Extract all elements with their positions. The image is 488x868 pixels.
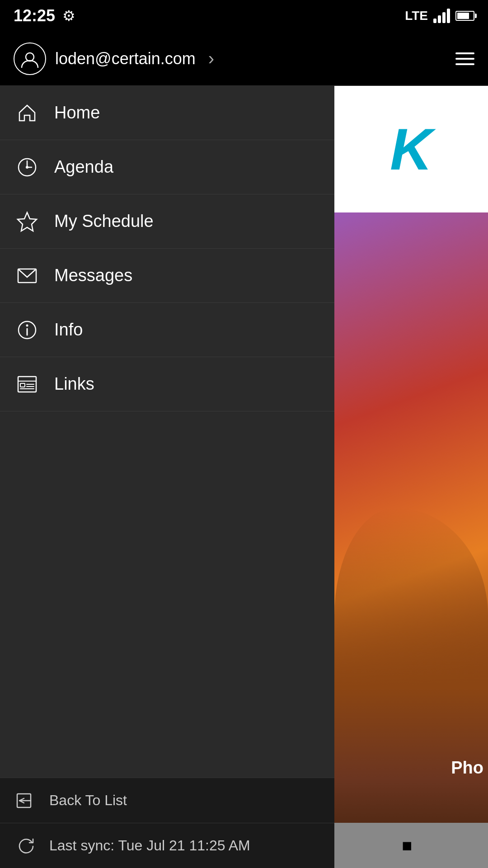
- status-time: 12:25: [14, 6, 55, 25]
- sidebar-label-links: Links: [54, 374, 94, 394]
- main-layout: Home Agenda: [0, 86, 488, 868]
- svg-marker-5: [18, 212, 37, 231]
- agenda-icon: [14, 154, 41, 181]
- svg-rect-12: [20, 383, 25, 387]
- last-sync-item: Last sync: Tue Jul 21 11:25 AM: [0, 823, 334, 868]
- links-icon: [14, 371, 41, 398]
- avatar: [14, 42, 46, 75]
- star-icon: [14, 208, 41, 235]
- network-label: LTE: [405, 9, 428, 23]
- sidebar: Home Agenda: [0, 86, 334, 868]
- settings-icon[interactable]: ⚙: [62, 7, 75, 24]
- sidebar-label-agenda: Agenda: [54, 157, 113, 177]
- status-bar: 12:25 ⚙ LTE: [0, 0, 488, 32]
- back-to-list-label: Back To List: [49, 792, 127, 809]
- sidebar-label-info: Info: [54, 320, 83, 340]
- sync-icon: [14, 833, 38, 858]
- svg-point-0: [26, 53, 34, 61]
- sidebar-item-home[interactable]: Home: [0, 86, 334, 140]
- sidebar-item-agenda[interactable]: Agenda: [0, 140, 334, 194]
- sidebar-item-my-schedule[interactable]: My Schedule: [0, 194, 334, 249]
- background-photo: Pho: [334, 212, 488, 868]
- android-recent-button[interactable]: ■: [402, 836, 413, 855]
- sidebar-label-messages: Messages: [54, 266, 132, 285]
- account-email: loden@certain.com: [55, 49, 196, 68]
- chevron-right-icon: ›: [208, 48, 214, 69]
- back-to-list-icon: [14, 788, 38, 813]
- right-panel: K Pho: [334, 86, 488, 868]
- sidebar-item-links[interactable]: Links: [0, 357, 334, 411]
- account-bar[interactable]: loden@certain.com ›: [0, 32, 488, 86]
- logo-area: K: [334, 86, 488, 212]
- battery-icon: [455, 11, 474, 21]
- sidebar-footer: Back To List Last sync: Tue Jul 21 11:25…: [0, 778, 334, 868]
- info-icon: [14, 316, 41, 344]
- sidebar-label-home: Home: [54, 103, 100, 123]
- back-to-list-item[interactable]: Back To List: [0, 778, 334, 823]
- photo-label: Pho: [451, 758, 483, 778]
- hamburger-menu-button[interactable]: [455, 52, 474, 65]
- sidebar-item-info[interactable]: Info: [0, 303, 334, 357]
- app-logo: K: [390, 120, 432, 179]
- home-icon: [14, 99, 41, 127]
- svg-point-9: [26, 324, 28, 326]
- last-sync-label: Last sync: Tue Jul 21 11:25 AM: [49, 837, 250, 854]
- sidebar-item-messages[interactable]: Messages: [0, 249, 334, 303]
- sidebar-label-my-schedule: My Schedule: [54, 212, 154, 231]
- nav-items: Home Agenda: [0, 86, 334, 778]
- signal-icon: [433, 9, 450, 23]
- messages-icon: [14, 262, 41, 289]
